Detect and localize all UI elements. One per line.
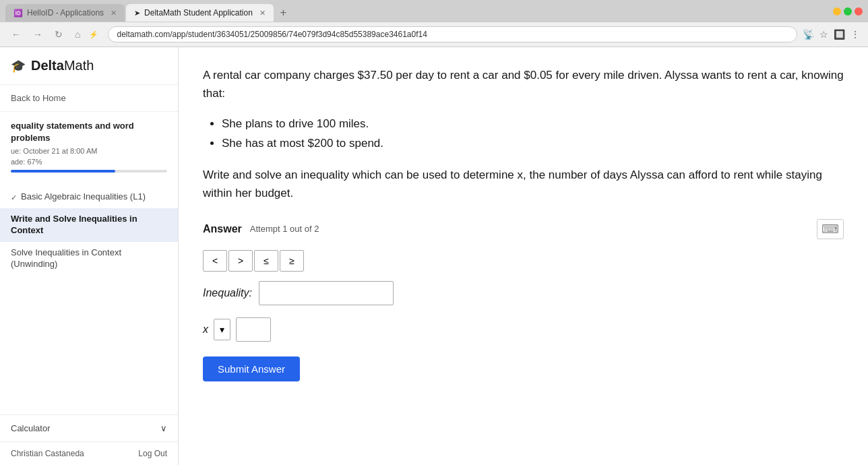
nav-item-basic-inequalities-label: Basic Algebraic Inequalities (L1) (21, 191, 146, 203)
reload-button[interactable]: ↻ (51, 28, 66, 41)
variable-label: x (203, 323, 208, 336)
check-icon: ✓ (11, 193, 17, 202)
browser-chrome: 🆔 HelloID - Applications ✕ ➤ DeltaMath S… (0, 0, 868, 47)
cast-icon[interactable]: 📡 (803, 29, 814, 40)
logo-text: DeltaMath (31, 58, 94, 73)
back-button[interactable]: ← (8, 28, 24, 41)
inequality-dropdown[interactable]: ▾ (214, 319, 230, 340)
user-row: Christian Castaneda Log Out (0, 441, 178, 465)
tab-helloid[interactable]: 🆔 HelloID - Applications ✕ (5, 4, 125, 22)
grade-bar-bg (11, 170, 167, 173)
dropdown-chevron-icon: ▾ (220, 324, 224, 335)
back-to-home-link[interactable]: Back to Home (0, 85, 178, 112)
browser-actions: 📡 ☆ 🔲 ⋮ (803, 29, 860, 40)
helloid-tab-label: HelloID - Applications (27, 8, 104, 18)
nav-item-solve-context-label: Solve Inequalities in Context (Unwinding… (11, 247, 167, 270)
grade-bar-fill (11, 170, 115, 173)
submit-answer-button[interactable]: Submit Answer (203, 356, 300, 381)
nav-item-write-solve[interactable]: Write and Solve Inequalities in Context (0, 208, 178, 242)
tab-bar: 🆔 HelloID - Applications ✕ ➤ DeltaMath S… (0, 0, 868, 22)
solution-input[interactable] (236, 317, 271, 342)
forward-button[interactable]: → (30, 28, 46, 41)
logo: 🎓 DeltaMath (0, 47, 178, 85)
answer-header: Answer Attempt 1 out of 2 ⌨ (203, 219, 844, 239)
close-button[interactable] (855, 7, 863, 16)
due-date: ue: October 21 at 8:00 AM (11, 147, 167, 155)
new-tab-button[interactable]: + (275, 4, 292, 22)
answer-section: Answer Attempt 1 out of 2 ⌨ < > ≤ ≥ Ineq… (203, 219, 844, 381)
less-than-button[interactable]: < (203, 250, 227, 272)
bullet-item-2: She has at most $200 to spend. (222, 134, 844, 154)
nav-item-solve-context[interactable]: Solve Inequalities in Context (Unwinding… (0, 242, 178, 276)
deltamath-tab-label: DeltaMath Student Application (144, 8, 253, 18)
home-button[interactable]: ⌂ (71, 28, 84, 41)
deltamath-tab-close[interactable]: ✕ (259, 9, 266, 18)
minimize-button[interactable] (833, 7, 841, 16)
browser-controls: ← → ↻ ⌂ ⚡ 📡 ☆ 🔲 ⋮ (0, 22, 868, 46)
greater-than-button[interactable]: > (228, 250, 253, 272)
tab-deltamath[interactable]: ➤ DeltaMath Student Application ✕ (126, 4, 274, 22)
grade-bar-container (11, 170, 167, 173)
nav-item-write-solve-label: Write and Solve Inequalities in Context (11, 214, 167, 237)
assignment-info: equality statements and word problems ue… (0, 112, 178, 181)
maximize-button[interactable] (844, 7, 852, 16)
inequality-label: Inequality: (203, 287, 252, 299)
sidebar: 🎓 DeltaMath Back to Home equality statem… (0, 47, 179, 465)
nav-item-basic-inequalities[interactable]: ✓ Basic Algebraic Inequalities (L1) (0, 186, 178, 208)
bookmark-icon[interactable]: ☆ (819, 29, 828, 40)
inequality-input[interactable] (259, 281, 394, 305)
helloid-tab-icon: 🆔 (13, 9, 23, 18)
symbol-buttons: < > ≤ ≥ (203, 250, 844, 272)
deltamath-tab-icon: ➤ (134, 9, 140, 18)
inequality-row: Inequality: (203, 281, 844, 305)
question-text: Write and solve an inequality which can … (203, 166, 844, 202)
bullet-item-1: She plans to drive 100 miles. (222, 115, 844, 134)
extensions-icon[interactable]: 🔲 (834, 29, 845, 40)
less-than-equal-button[interactable]: ≤ (254, 250, 278, 272)
attempt-text: Attempt 1 out of 2 (250, 224, 319, 234)
answer-label: Answer (203, 223, 242, 235)
assignment-title: equality statements and word problems (11, 120, 167, 144)
problem-intro: A rental car company charges $37.50 per … (203, 66, 844, 102)
menu-icon[interactable]: ⋮ (850, 29, 860, 40)
address-bar[interactable] (108, 26, 797, 42)
bullet-list: She plans to drive 100 miles. She has at… (203, 115, 844, 154)
logout-button[interactable]: Log Out (138, 449, 167, 458)
logo-icon: 🎓 (11, 59, 26, 73)
keyboard-icon[interactable]: ⌨ (817, 219, 844, 239)
app: 🎓 DeltaMath Back to Home equality statem… (0, 47, 868, 465)
solution-row: x ▾ (203, 317, 844, 342)
helloid-tab-close[interactable]: ✕ (111, 9, 117, 18)
sidebar-nav: ✓ Basic Algebraic Inequalities (L1) Writ… (0, 181, 178, 280)
security-icon: ⚡ (89, 30, 98, 39)
user-name: Christian Castaneda (11, 449, 84, 458)
main-content: A rental car company charges $37.50 per … (179, 47, 868, 465)
sidebar-footer: Calculator ∨ Christian Castaneda Log Out (0, 414, 178, 465)
grade-label: ade: 67% (11, 158, 167, 166)
calculator-chevron-icon: ∨ (160, 423, 167, 433)
calculator-button[interactable]: Calculator ∨ (0, 415, 178, 441)
calculator-label: Calculator (11, 423, 51, 433)
greater-than-equal-button[interactable]: ≥ (280, 250, 304, 272)
